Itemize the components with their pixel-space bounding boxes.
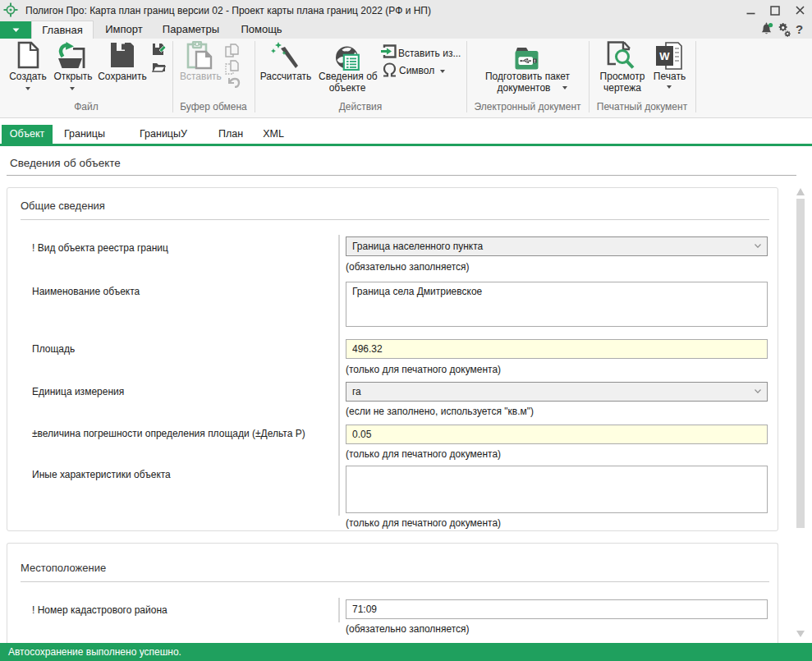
globe-document-icon [336, 46, 360, 71]
doc-tab-object[interactable]: Объект [2, 125, 53, 144]
usb-folder-icon [514, 47, 539, 70]
chevron-down-icon [755, 244, 761, 248]
calculate-button[interactable] [271, 41, 300, 74]
doc-tab-plan[interactable]: План [212, 125, 250, 144]
cadastral-district-input[interactable] [346, 599, 768, 619]
open-label: Открыть [52, 71, 94, 82]
prepare-package-button[interactable] [514, 47, 539, 73]
column-splitter[interactable] [338, 235, 340, 516]
save-as-button[interactable] [152, 43, 166, 59]
object-kind-select[interactable]: Граница населенного пункта [346, 236, 768, 256]
field-note: (если не заполнено, используется "кв.м") [346, 406, 534, 417]
save-label: Сохранить [98, 71, 147, 82]
field-label-unit: Единица измерения [32, 386, 124, 397]
group-label-edocument: Электронный документ [466, 101, 589, 112]
svg-text:W: W [659, 50, 670, 62]
open-folder-small-button[interactable] [152, 61, 166, 76]
accuracy-input[interactable] [346, 425, 768, 444]
maximize-button[interactable] [765, 2, 785, 19]
copy-button-disabled[interactable] [225, 44, 241, 61]
ribbon-tab-settings[interactable]: Параметры [160, 21, 222, 39]
other-characteristics-textarea[interactable] [346, 466, 768, 513]
insert-from-label[interactable]: Вставить из... [398, 48, 461, 59]
paste-label: Вставить [180, 71, 221, 82]
field-label-accuracy: ±величина погрешности определения площад… [32, 428, 305, 439]
paste-button-disabled[interactable] [186, 41, 214, 74]
help-icon[interactable]: ? [796, 22, 803, 36]
ribbon-tab-help[interactable]: Помощь [236, 21, 287, 39]
unit-select[interactable]: га [346, 382, 768, 402]
panel1-title: Общие сведения [21, 200, 105, 212]
field-label-object-kind: ! Вид объекта реестра границ [32, 242, 168, 254]
panel2-title-underline [21, 581, 769, 582]
symbol-label[interactable]: Символ [399, 65, 434, 76]
calculate-label: Рассчитать [259, 71, 312, 82]
prepare-package-label-line1: Подготовить пакет [480, 71, 575, 82]
field-note: (только для печатного документа) [346, 364, 501, 375]
chevron-down-icon [755, 389, 761, 393]
symbol-dropdown-arrow[interactable] [440, 70, 445, 73]
unit-value: га [352, 386, 361, 397]
save-button[interactable] [109, 41, 135, 72]
magnifier-document-icon [606, 41, 637, 71]
prepare-package-dropdown-arrow[interactable] [562, 86, 567, 90]
preview-drawing-button[interactable] [606, 41, 637, 74]
group-label-printdocument: Печатный документ [589, 101, 695, 112]
prepare-package-label-line2: документов [480, 83, 567, 94]
new-document-dropdown-arrow[interactable] [25, 87, 30, 90]
doc-tab-bordersu[interactable]: ГраницыУ [136, 125, 190, 144]
scroll-down-arrow[interactable] [796, 631, 805, 637]
field-note: (обязательно заполняется) [346, 261, 470, 273]
undo-button-disabled[interactable] [227, 76, 241, 91]
doc-tab-borders[interactable]: Границы [59, 125, 110, 144]
ribbon: Создать Открыть Сохранить [0, 39, 812, 118]
new-document-label: Создать [7, 71, 48, 82]
maximize-icon [770, 6, 780, 16]
open-folder-icon [57, 42, 86, 70]
magic-wand-icon [271, 41, 300, 71]
save-as-icon [152, 43, 166, 56]
object-info-button[interactable] [336, 46, 360, 74]
print-dropdown-arrow[interactable] [667, 85, 672, 89]
new-document-button[interactable] [17, 41, 39, 72]
paste-special-icon [225, 60, 241, 75]
vertical-scrollbar[interactable] [793, 187, 808, 639]
symbol-button[interactable] [382, 62, 397, 80]
field-label-cadastral-district: ! Номер кадастрового района [32, 604, 167, 616]
field-label-object-name: Наименование объекта [32, 286, 140, 297]
print-word-button[interactable]: W [656, 42, 682, 73]
close-button[interactable] [790, 2, 810, 19]
page-heading: Сведения об объекте [10, 157, 121, 169]
undo-arrow-icon [227, 76, 241, 88]
settings-gears-icon[interactable] [777, 23, 791, 40]
status-bar: Автосохранение выполнено успешно. [0, 643, 812, 661]
ribbon-tab-import[interactable]: Импорт [99, 21, 149, 39]
area-input[interactable] [346, 339, 768, 359]
folder-icon [152, 61, 166, 72]
object-info-label-line1: Сведения об [319, 71, 376, 82]
scroll-up-arrow[interactable] [796, 188, 805, 195]
object-kind-value: Граница населенного пункта [352, 241, 483, 252]
new-document-icon [17, 41, 39, 69]
open-dropdown-arrow[interactable] [70, 87, 75, 90]
open-button[interactable] [57, 42, 86, 73]
doc-tab-xml[interactable]: XML [256, 125, 291, 144]
ribbon-tab-home[interactable]: Главная [31, 21, 94, 39]
column-splitter[interactable] [338, 598, 340, 622]
group-label-clipboard: Буфер обмена [172, 101, 255, 112]
page-heading-underline [7, 175, 796, 176]
print-label: Печать [651, 71, 688, 82]
notifications-bell-icon[interactable] [759, 22, 775, 40]
chevron-down-icon [12, 28, 20, 33]
file-menu-button[interactable] [0, 21, 31, 39]
document-tabs: Объект Границы ГраницыУ План XML [0, 125, 812, 146]
app-logo-icon [3, 2, 18, 17]
minimize-button[interactable] [741, 2, 760, 19]
field-note: (только для печатного документа) [346, 517, 501, 529]
window-title: Полигон Про: Карта план границ версии 02… [25, 5, 431, 16]
insert-from-button[interactable] [381, 44, 397, 62]
object-name-textarea[interactable] [346, 282, 768, 327]
panel2-title: Местоположение [21, 562, 106, 574]
paste-clipboard-icon [186, 41, 214, 71]
scrollbar-thumb[interactable] [796, 199, 805, 528]
